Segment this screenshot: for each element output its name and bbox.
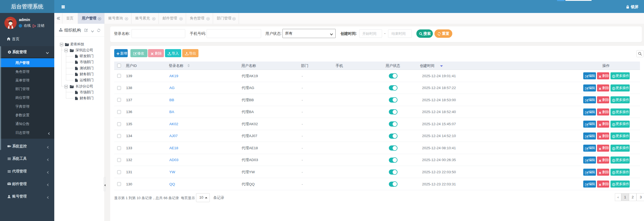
svg-text:好好学习: 好好学习 [7, 19, 12, 21]
